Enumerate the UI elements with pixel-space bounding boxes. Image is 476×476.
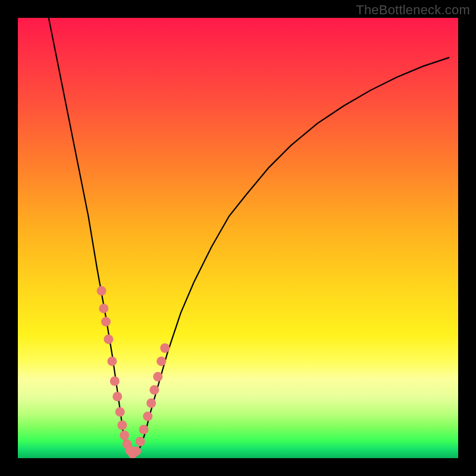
marker-dot	[107, 356, 117, 366]
marker-dot	[143, 412, 152, 421]
marker-dot	[115, 407, 125, 416]
marker-dot	[99, 303, 108, 313]
marker-dot	[131, 446, 141, 456]
marker-dot	[149, 385, 159, 394]
marker-dot	[160, 343, 170, 353]
marker-dot	[156, 356, 166, 366]
watermark-text: TheBottleneck.com	[356, 2, 470, 18]
marker-dot	[110, 377, 120, 386]
marker-dot	[153, 372, 162, 381]
marker-dot	[120, 431, 129, 440]
marker-dot	[97, 286, 107, 296]
marker-dot	[139, 425, 149, 434]
curve-line	[49, 18, 449, 456]
marker-dot	[136, 437, 145, 446]
marker-dot	[101, 317, 111, 327]
marker-dot	[104, 334, 113, 344]
marker-dot	[117, 421, 127, 430]
marker-dot	[146, 399, 156, 408]
marker-cluster	[97, 286, 170, 458]
marker-dot	[112, 392, 122, 401]
bottleneck-curve-chart	[18, 18, 458, 458]
